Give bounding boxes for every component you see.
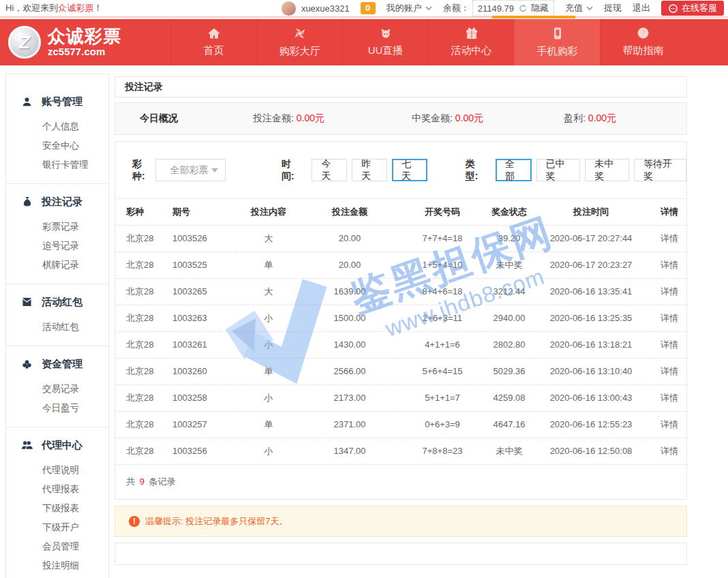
detail-link[interactable]: 详情 (651, 331, 688, 358)
detail-link[interactable]: 详情 (651, 278, 688, 305)
sidebar-item-today-profit[interactable]: 今日盈亏 (6, 399, 108, 418)
table-row: 北京281003526大20.007+7+4=1839.202020-06-17… (115, 225, 688, 252)
detail-link[interactable]: 详情 (651, 252, 688, 278)
lottery-link[interactable]: 北京28 (115, 252, 160, 278)
logo-domain: zc5577.com (48, 46, 121, 57)
nav-item-activity-center[interactable]: 活动中心 (428, 19, 514, 65)
recharge-label: 充值 (565, 2, 583, 14)
sidebar-item-sub-account[interactable]: 下级开户 (6, 518, 108, 537)
record-count: 共 9 条记录 (115, 465, 686, 499)
warning-icon: ! (129, 516, 140, 527)
time-filter-yesterday[interactable]: 昨天 (352, 159, 387, 181)
notice-text: 温馨提示: 投注记录最多只保留7天。 (145, 515, 288, 528)
lottery-link[interactable]: 北京28 (115, 411, 160, 438)
sidebar-header-funds[interactable]: 资金管理 (6, 354, 108, 374)
recharge-menu[interactable]: 充值 (565, 2, 593, 14)
my-account-label: 我的账户 (386, 2, 422, 14)
sidebar-item-member-manage[interactable]: 会员管理 (6, 537, 108, 556)
sidebar-item-board-records[interactable]: 棋牌记录 (6, 256, 108, 275)
detail-link[interactable]: 详情 (651, 384, 688, 411)
issue-cell: 1003256 (160, 438, 235, 464)
nav-item-help-guide[interactable]: ? 帮助指南 (600, 19, 686, 65)
sidebar-item-personal-info[interactable]: 个人信息 (6, 117, 108, 136)
nav-item-home[interactable]: 首页 (170, 19, 256, 65)
sidebar-section-account: 账号管理 个人信息 安全中心 银行卡管理 (6, 84, 108, 183)
lottery-link[interactable]: 北京28 (115, 438, 160, 464)
type-filter-all[interactable]: 全部 (496, 159, 531, 181)
records-table: 彩种 期号 投注内容 投注金额 开奖号码 奖金状态 投注时间 详情 北京2810… (115, 199, 688, 465)
lottery-link[interactable]: 北京28 (115, 384, 160, 411)
prize-status-cell: 2940.00 (487, 305, 531, 331)
detail-link[interactable]: 详情 (651, 225, 688, 252)
sidebar-header-agent[interactable]: 代理中心 (6, 435, 108, 455)
sidebar-item-transaction-records[interactable]: 交易记录 (6, 380, 108, 399)
sidebar-item-sub-report[interactable]: 下级报表 (6, 499, 108, 518)
lottery-select-value: 全部彩票 (170, 164, 208, 177)
main-nav: Z 众诚彩票 zc5577.com 首页 购彩大厅 UU直播 活动中心 手机购彩… (0, 19, 728, 65)
sidebar-item-red-packet[interactable]: 活动红包 (6, 318, 108, 337)
sidebar-item-chase-records[interactable]: 追号记录 (6, 237, 108, 256)
sidebar-item-lottery-records[interactable]: 彩票记录 (6, 217, 108, 237)
profit-value: 0.00元 (588, 112, 616, 123)
withdraw-button[interactable]: 提现 (604, 2, 622, 14)
sidebar-item-transaction-detail[interactable]: 交易明细 (6, 575, 108, 578)
type-filter-won[interactable]: 已中奖 (536, 159, 581, 181)
draw-numbers-cell: 5+6+4=15 (397, 358, 487, 384)
logout-button[interactable]: 退出 (633, 2, 650, 14)
time-filter-seven-days[interactable]: 七天 (392, 159, 427, 181)
type-filter-pending[interactable]: 等待开奖 (634, 159, 686, 181)
lottery-filter-label: 彩种: (132, 158, 153, 183)
bet-amount-cell: 1639.00 (302, 278, 397, 305)
detail-link[interactable]: 详情 (651, 358, 688, 384)
lottery-select[interactable]: 全部彩票 (155, 159, 226, 181)
bet-content-cell: 小 (235, 305, 302, 331)
balance-box: 21149.79 隐藏 (472, 0, 554, 16)
user-icon (21, 97, 33, 107)
prize-status-cell: 未中奖 (487, 438, 531, 464)
bet-time-cell: 2020-06-16 12:55:23 (531, 411, 651, 438)
online-service-button[interactable]: 在线客服 (661, 1, 724, 16)
sidebar-item-bank-card[interactable]: 银行卡管理 (6, 155, 108, 174)
summary-bet-amount: 投注金额: 0.00元 (253, 112, 324, 125)
refresh-icon[interactable] (518, 4, 527, 13)
count-number: 9 (140, 476, 145, 487)
bet-amount-cell: 1347.00 (302, 438, 397, 464)
detail-link[interactable]: 详情 (651, 305, 688, 331)
lottery-link[interactable]: 北京28 (115, 278, 160, 305)
detail-link[interactable]: 详情 (651, 438, 688, 464)
bet-amount-cell: 1500.00 (302, 305, 397, 331)
message-badge[interactable]: 0 (361, 2, 376, 14)
notice-banner: ! 温馨提示: 投注记录最多只保留7天。 (115, 506, 687, 537)
nav-item-mobile-lottery[interactable]: 手机购彩 (514, 19, 600, 65)
sidebar-header-account[interactable]: 账号管理 (6, 91, 108, 112)
detail-link[interactable]: 详情 (651, 411, 688, 438)
nav-item-uu-live[interactable]: UU直播 (342, 19, 428, 65)
table-header-row: 彩种 期号 投注内容 投注金额 开奖号码 奖金状态 投注时间 详情 (115, 199, 688, 225)
type-filter-lost[interactable]: 未中奖 (585, 159, 629, 181)
lottery-link[interactable]: 北京28 (115, 331, 160, 358)
table-row: 北京281003260单2566.005+6+4=155029.362020-0… (115, 358, 688, 384)
club-icon (21, 359, 33, 369)
site-logo[interactable]: Z 众诚彩票 zc5577.com (0, 19, 170, 65)
header-prize-status: 奖金状态 (487, 199, 531, 225)
sidebar-section-title: 账号管理 (42, 95, 82, 108)
hide-balance-button[interactable]: 隐藏 (531, 2, 549, 14)
bet-content-cell: 小 (235, 438, 302, 464)
sidebar-item-bet-detail[interactable]: 投注明细 (6, 556, 108, 575)
header-bet-content: 投注内容 (235, 199, 302, 225)
time-filter-today[interactable]: 今天 (312, 159, 347, 181)
lottery-link[interactable]: 北京28 (115, 305, 160, 331)
lottery-link[interactable]: 北京28 (115, 225, 160, 252)
chevron-down-icon (425, 6, 432, 10)
sidebar-header-red-packet[interactable]: 活动红包 (6, 292, 108, 312)
sidebar-item-agent-report[interactable]: 代理报表 (6, 480, 108, 499)
sidebar-header-bet-records[interactable]: 投注记录 (6, 192, 108, 212)
sidebar-section-title: 活动红包 (42, 296, 82, 309)
nav-item-lottery-hall[interactable]: 购彩大厅 (256, 19, 342, 65)
sidebar-item-security-center[interactable]: 安全中心 (6, 136, 108, 155)
sidebar-item-agent-intro[interactable]: 代理说明 (6, 461, 108, 480)
nav-item-label: 手机购彩 (537, 45, 578, 58)
lottery-link[interactable]: 北京28 (115, 358, 160, 384)
bet-amount-cell: 2566.00 (302, 358, 397, 384)
my-account-menu[interactable]: 我的账户 (386, 2, 432, 14)
